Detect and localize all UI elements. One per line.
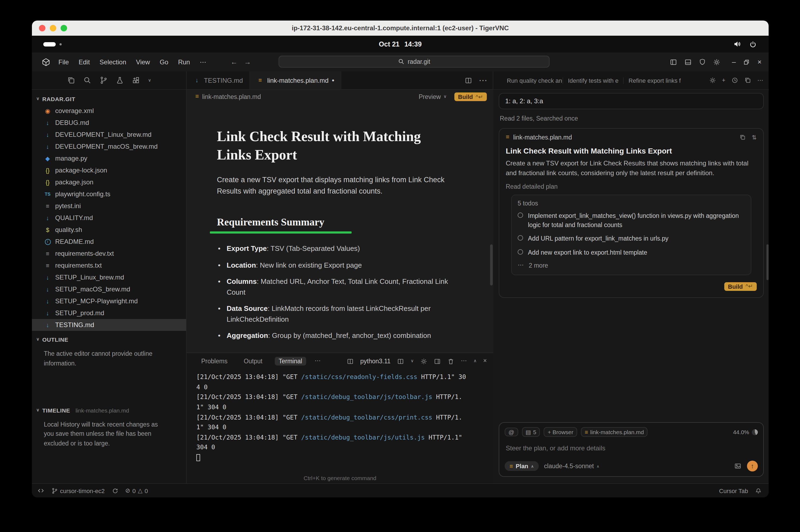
terminal-profile-chevron-icon[interactable]: ∨ (411, 359, 414, 363)
toggle-panel-bottom-icon[interactable] (684, 58, 692, 66)
restore-icon[interactable] (743, 59, 750, 65)
volume-icon[interactable] (733, 40, 741, 48)
breadcrumb-file[interactable]: link-matches.plan.md (202, 94, 261, 100)
chat-activity-meta[interactable]: Read 2 files, Searched once (500, 115, 763, 122)
file-item[interactable]: ↓SETUP_macOS_brew.md (32, 283, 186, 295)
file-item[interactable]: ↓SETUP_prod.md (32, 307, 186, 319)
open-editors-icon[interactable] (67, 76, 75, 84)
close-panel-icon[interactable]: × (483, 358, 487, 364)
preview-dropdown[interactable]: Preview ∨ (418, 94, 447, 100)
context-files-chip[interactable]: ▤5 (522, 427, 540, 437)
chat-tab-3[interactable]: Refine export links f (623, 77, 684, 83)
outline-section-header[interactable]: ∨ OUTLINE (32, 334, 186, 345)
menu-view[interactable]: View (131, 58, 155, 66)
expand-plan-icon[interactable]: ⇅ (752, 134, 757, 140)
context-usage[interactable]: 44.0% (733, 429, 758, 435)
extensions-icon[interactable] (132, 76, 140, 84)
menu-go[interactable]: Go (155, 58, 173, 66)
settings-gear-icon[interactable] (713, 58, 721, 66)
tab-problems[interactable]: Problems (198, 357, 231, 365)
chat-history-icon[interactable] (731, 77, 738, 84)
toggle-panel-left-icon[interactable] (670, 58, 677, 66)
tab-output[interactable]: Output (240, 357, 266, 365)
new-chat-plus-icon[interactable]: + (722, 77, 725, 83)
minimize-icon[interactable]: – (732, 58, 736, 65)
read-detailed-plan-link[interactable]: Read detailed plan (506, 183, 757, 190)
menu-run[interactable]: Run (173, 58, 195, 66)
minimize-traffic-light[interactable] (50, 25, 56, 31)
file-item[interactable]: ◉coverage.xml (32, 105, 186, 117)
menu-edit[interactable]: Edit (74, 58, 95, 66)
file-item[interactable]: {}package.json (32, 176, 186, 188)
file-item[interactable]: ≡pytest.ini (32, 200, 186, 212)
chat-more-icon[interactable]: ⋯ (757, 77, 763, 83)
file-item[interactable]: ↓SETUP_MCP-Playwright.md (32, 295, 186, 307)
forward-icon[interactable]: → (244, 58, 251, 65)
notifications-bell-icon[interactable] (755, 488, 762, 494)
todo-item[interactable]: Add new export link to export.html templ… (518, 248, 745, 257)
panel-more-icon[interactable]: ⋯ (315, 358, 321, 364)
file-item[interactable]: $quality.sh (32, 224, 186, 236)
chat-input-box[interactable]: @ ▤5 + Browser ≡link-matches.plan.md 44.… (499, 422, 764, 477)
model-selector[interactable]: claude-4.5-sonnet ∧ (544, 463, 599, 469)
chat-input-placeholder[interactable]: Steer the plan, or add more details (506, 444, 757, 452)
terminal-settings-gear-icon[interactable] (420, 358, 427, 365)
remote-host[interactable]: cursor-timon-ec2 (51, 488, 105, 494)
maximize-panel-icon[interactable]: ∧ (473, 359, 477, 363)
send-button[interactable]: ↑ (747, 461, 758, 472)
editor-more-icon[interactable]: ⋯ (479, 76, 487, 84)
editor-scrollbar[interactable] (490, 244, 493, 285)
file-item[interactable]: ≡requirements.txt (32, 260, 186, 271)
file-item[interactable]: iREADME.md (32, 236, 186, 248)
chat-scroll-area[interactable] (499, 298, 764, 422)
back-icon[interactable]: ← (230, 58, 238, 65)
sync-icon[interactable] (112, 488, 118, 494)
explorer-root-header[interactable]: ∨ RADAR.GIT (32, 93, 186, 105)
remote-indicator-icon[interactable] (37, 487, 44, 494)
new-terminal-split-icon[interactable] (397, 358, 404, 365)
terminal-more-icon[interactable]: ⋯ (461, 358, 467, 364)
mention-chip[interactable]: @ (505, 428, 518, 437)
test-flask-icon[interactable] (115, 76, 124, 84)
todo-item[interactable]: Implement export_link_matches_view() fun… (518, 211, 745, 229)
plan-build-button[interactable]: Build ^↵ (724, 282, 757, 291)
split-terminal-icon[interactable] (347, 358, 354, 365)
plan-card-filename[interactable]: link-matches.plan.md (513, 134, 572, 140)
close-window-icon[interactable]: × (758, 58, 762, 65)
problems-indicator[interactable]: ⊘0 △0 (125, 488, 148, 494)
chat-settings-gear-icon[interactable] (709, 77, 716, 84)
shell-label[interactable]: python3.11 (360, 358, 391, 364)
chat-copy-icon[interactable] (744, 77, 751, 84)
file-item[interactable]: ↓DEVELOPMENT_Linux_brew.md (32, 129, 186, 140)
file-item[interactable]: TSplaywright.config.ts (32, 188, 186, 200)
command-search-bar[interactable]: radar.git (279, 56, 550, 68)
user-message[interactable]: 1: a, 2: a, 3:a (499, 93, 764, 109)
timeline-section-header[interactable]: ∨ TIMELINE link-matches.plan.md (32, 404, 186, 416)
tab-testing-md[interactable]: ↓ TESTING.md (187, 71, 250, 89)
build-button[interactable]: Build ^↵ (454, 92, 487, 101)
menu-selection[interactable]: Selection (95, 58, 131, 66)
terminal-output[interactable]: [21/Oct/2025 13:04:18] "GET /static/css/… (187, 369, 470, 483)
file-item-selected[interactable]: ↓TESTING.md (32, 319, 186, 331)
todo-item[interactable]: Add URL pattern for export_link_matches … (518, 234, 745, 243)
file-item[interactable]: ↓QUALITY.md (32, 212, 186, 224)
copy-plan-icon[interactable] (740, 134, 746, 140)
zoom-traffic-light[interactable] (60, 25, 67, 31)
kill-terminal-trash-icon[interactable] (447, 358, 454, 365)
todo-more[interactable]: ⋯2 more (518, 262, 745, 268)
attach-image-icon[interactable] (734, 462, 742, 470)
split-editor-icon[interactable] (465, 76, 472, 84)
menu-more-icon[interactable]: ⋯ (195, 58, 211, 66)
close-traffic-light[interactable] (39, 25, 45, 31)
toolbar-chevron-icon[interactable]: ∨ (148, 78, 151, 82)
mode-selector[interactable]: ≡ Plan ∧ (505, 461, 539, 471)
source-control-icon[interactable] (99, 76, 107, 84)
chat-tab-1[interactable]: Run quality check an (502, 77, 562, 83)
terminal-sidepanel-icon[interactable] (434, 358, 441, 365)
chat-tab-2[interactable]: Identify tests with e (562, 77, 623, 83)
file-item[interactable]: ◆manage.py (32, 152, 186, 164)
menu-file[interactable]: File (54, 58, 74, 66)
file-item[interactable]: ↓DEVELOPMENT_macOS_brew.md (32, 140, 186, 152)
tab-link-matches-plan[interactable]: ≡ link-matches.plan.md ● (250, 71, 341, 89)
tab-terminal[interactable]: Terminal (275, 357, 306, 365)
